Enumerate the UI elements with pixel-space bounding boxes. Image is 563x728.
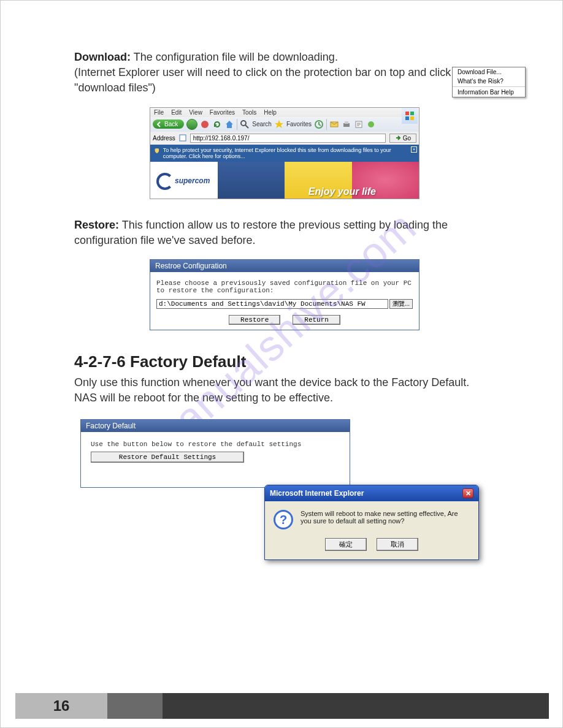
supercom-logo: supercom bbox=[156, 173, 210, 190]
download-paragraph: Download: The configuration file will be… bbox=[74, 50, 495, 96]
refresh-icon[interactable] bbox=[212, 119, 222, 129]
windows-logo-icon bbox=[402, 108, 418, 124]
manual-page: manualshive.com Download: The configurat… bbox=[0, 0, 563, 728]
back-label: Back bbox=[164, 121, 178, 127]
factory-default-heading: 4-2-7-6 Factory Default bbox=[74, 352, 495, 371]
ie-menubar: File Edit View Favorites Tools Help bbox=[150, 108, 419, 117]
factory-text: Only use this function whenever you want… bbox=[74, 375, 495, 406]
ie-information-bar[interactable]: To help protect your security, Internet … bbox=[150, 145, 419, 162]
menu-whats-the-risk[interactable]: What's the Risk? bbox=[453, 77, 525, 86]
ok-button[interactable]: 確定 bbox=[325, 538, 367, 551]
content-area: Download: The configuration file will be… bbox=[1, 1, 562, 488]
footer-divider bbox=[107, 693, 163, 719]
go-label: Go bbox=[403, 135, 411, 142]
browse-button[interactable]: 瀏覽... bbox=[389, 299, 413, 309]
dialog-body: ? System will reboot to make new setting… bbox=[265, 501, 478, 536]
menu-tools[interactable]: Tools bbox=[242, 109, 256, 116]
back-button[interactable]: Back bbox=[153, 119, 184, 129]
restore-defaults-button[interactable]: Restore Default Settings bbox=[91, 452, 244, 463]
svg-rect-0 bbox=[405, 112, 409, 115]
restore-panel-title: Restroe Configuration bbox=[150, 260, 419, 272]
enjoy-text: Enjoy your life bbox=[308, 186, 376, 197]
dialog-titlebar: Microsoft Internet Explorer ✕ bbox=[265, 485, 478, 501]
dialog-buttons: 確定 取消 bbox=[265, 536, 478, 559]
address-label: Address bbox=[153, 135, 175, 142]
factory-default-panel: Factory Default Use the button below to … bbox=[80, 419, 350, 488]
ie-screenshot: File Edit View Favorites Tools Help Back bbox=[150, 107, 419, 199]
history-icon[interactable] bbox=[314, 119, 324, 129]
menu-separator bbox=[453, 86, 525, 87]
svg-rect-1 bbox=[410, 112, 414, 115]
svg-point-5 bbox=[241, 121, 246, 126]
favorites-icon[interactable] bbox=[274, 119, 284, 129]
messenger-icon[interactable] bbox=[366, 119, 376, 129]
restore-config-panel: Restroe Configuration Please choose a pr… bbox=[150, 259, 419, 330]
menu-help[interactable]: Help bbox=[264, 109, 277, 116]
confirm-dialog: Microsoft Internet Explorer ✕ ? System w… bbox=[264, 485, 479, 560]
menu-download-file[interactable]: Download File... bbox=[453, 67, 525, 77]
restore-text: This function allow us to restore the pr… bbox=[74, 219, 448, 246]
question-icon: ? bbox=[274, 510, 293, 529]
svg-rect-2 bbox=[405, 116, 409, 120]
stop-icon[interactable] bbox=[200, 119, 210, 129]
ie-addressbar: Address Go bbox=[150, 132, 419, 145]
config-path-input[interactable] bbox=[156, 299, 388, 309]
factory-panel-body: Use the button below to restore the defa… bbox=[81, 432, 350, 487]
dialog-title: Microsoft Internet Explorer bbox=[270, 489, 364, 498]
menu-edit[interactable]: Edit bbox=[171, 109, 182, 116]
infobar-text: To help protect your security, Internet … bbox=[163, 147, 415, 159]
svg-rect-10 bbox=[345, 121, 348, 124]
factory-desc: Use the button below to restore the defa… bbox=[91, 441, 340, 448]
svg-point-4 bbox=[201, 121, 209, 128]
go-button[interactable]: Go bbox=[389, 134, 416, 143]
home-icon[interactable] bbox=[224, 119, 234, 129]
factory-panel-title: Factory Default bbox=[81, 420, 350, 432]
menu-info-bar-help[interactable]: Information Bar Help bbox=[453, 88, 525, 97]
return-button[interactable]: Return bbox=[293, 315, 340, 325]
svg-rect-3 bbox=[410, 116, 414, 120]
ie-page-body: supercom Enjoy your life bbox=[150, 162, 419, 199]
search-icon[interactable] bbox=[240, 119, 250, 129]
page-number: 16 bbox=[15, 693, 107, 719]
svg-line-6 bbox=[245, 125, 248, 128]
download-text: The configuration file will be downloadi… bbox=[131, 51, 338, 63]
dialog-message: System will reboot to make new setting e… bbox=[301, 510, 470, 529]
dialog-close-button[interactable]: ✕ bbox=[462, 488, 473, 498]
download-note: (Internet Explorer user will need to cli… bbox=[74, 66, 489, 94]
restore-panel-body: Please choose a previsously saved config… bbox=[150, 272, 419, 330]
arrow-left-icon bbox=[156, 121, 163, 127]
svg-point-12 bbox=[368, 121, 374, 127]
cancel-button[interactable]: 取消 bbox=[377, 538, 418, 551]
download-label: Download: bbox=[74, 51, 131, 63]
menu-file[interactable]: File bbox=[154, 109, 164, 116]
go-arrow-icon bbox=[395, 135, 401, 141]
page-icon bbox=[179, 134, 186, 142]
restore-label: Restore: bbox=[74, 219, 119, 231]
page-footer: 16 bbox=[15, 693, 549, 719]
edit-icon[interactable] bbox=[354, 119, 364, 129]
print-icon[interactable] bbox=[342, 119, 351, 129]
context-menu: Download File... What's the Risk? Inform… bbox=[452, 67, 526, 97]
svg-rect-13 bbox=[180, 135, 186, 141]
favorites-label[interactable]: Favorites bbox=[286, 121, 312, 127]
ie-toolbar: Back Search Favorites bbox=[150, 117, 419, 132]
restore-desc: Please choose a previsously saved config… bbox=[156, 279, 413, 294]
restore-button[interactable]: Restore bbox=[229, 315, 280, 325]
search-label[interactable]: Search bbox=[252, 121, 272, 127]
address-input[interactable] bbox=[190, 134, 386, 143]
restore-paragraph: Restore: This function allow us to resto… bbox=[74, 218, 495, 248]
close-icon[interactable]: × bbox=[411, 146, 417, 153]
menu-favorites[interactable]: Favorites bbox=[210, 109, 235, 116]
shield-icon bbox=[154, 147, 160, 154]
forward-button[interactable] bbox=[186, 119, 197, 130]
mail-icon[interactable] bbox=[329, 119, 339, 129]
menu-view[interactable]: View bbox=[189, 109, 202, 116]
